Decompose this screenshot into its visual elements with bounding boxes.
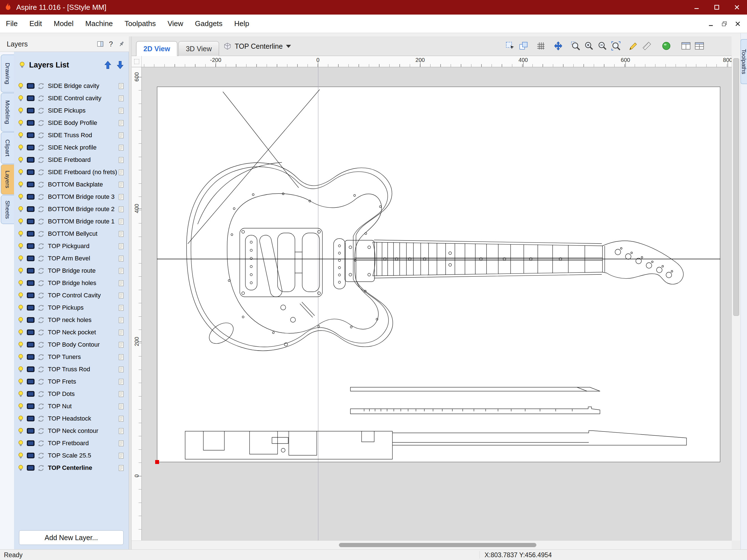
layer-display-icon[interactable] (27, 120, 35, 126)
layer-notes-icon[interactable] (118, 255, 124, 262)
layer-notes-icon[interactable] (118, 317, 124, 324)
layer-display-icon[interactable] (27, 83, 35, 89)
layer-display-icon[interactable] (27, 268, 35, 274)
visibility-bulb-icon[interactable] (17, 439, 24, 447)
sidebar-tab-toolpaths[interactable]: Toolpaths (741, 39, 747, 84)
layer-row[interactable]: SIDE Body Profile (14, 117, 129, 129)
visibility-bulb-icon[interactable] (17, 181, 24, 188)
layer-row[interactable]: TOP Body Contour (14, 339, 129, 351)
visibility-bulb-icon[interactable] (17, 403, 24, 410)
layer-row[interactable]: TOP Pickups (14, 301, 129, 314)
horizontal-scrollbar[interactable] (132, 540, 731, 549)
menu-item-gadgets[interactable]: Gadgets (189, 15, 228, 33)
vertical-scrollbar[interactable] (731, 56, 741, 540)
zoom-out-icon[interactable] (596, 40, 609, 52)
move-layer-down-button[interactable] (116, 60, 124, 70)
visibility-bulb-icon[interactable] (17, 279, 24, 287)
layer-notes-icon[interactable] (118, 292, 124, 299)
zoom-window-icon[interactable] (569, 40, 582, 52)
layer-display-icon[interactable] (27, 157, 35, 163)
layer-row[interactable]: BOTTOM Backplate (14, 178, 129, 191)
visibility-bulb-icon[interactable] (17, 255, 24, 262)
layer-display-icon[interactable] (27, 231, 35, 237)
layer-notes-icon[interactable] (118, 403, 124, 410)
visibility-bulb-icon[interactable] (17, 206, 24, 213)
draw-pencil-icon[interactable] (627, 40, 640, 52)
layer-notes-icon[interactable] (118, 452, 124, 459)
tile-view-icon[interactable] (693, 40, 705, 52)
layer-notes-icon[interactable] (118, 428, 124, 434)
layer-notes-icon[interactable] (118, 440, 124, 447)
visibility-bulb-icon[interactable] (17, 390, 24, 398)
close-button[interactable] (727, 0, 747, 15)
menu-item-toolpaths[interactable]: Toolpaths (119, 15, 162, 33)
visibility-bulb-icon[interactable] (17, 230, 24, 238)
tab-2d-view[interactable]: 2D View (136, 41, 177, 56)
layer-notes-icon[interactable] (118, 464, 124, 472)
node-edit-icon[interactable] (517, 40, 530, 52)
layer-display-icon[interactable] (27, 366, 35, 373)
layer-row[interactable]: SIDE Fretboard (no frets) (14, 166, 129, 178)
layer-display-icon[interactable] (27, 329, 35, 336)
pin-icon[interactable] (118, 41, 125, 47)
menu-item-file[interactable]: File (0, 15, 24, 33)
layer-row[interactable]: TOP Dots (14, 388, 129, 400)
layer-notes-icon[interactable] (118, 119, 124, 127)
layer-row[interactable]: TOP Bridge holes (14, 277, 129, 289)
layer-row[interactable]: BOTTOM Bridge route 3 (14, 191, 129, 203)
mdi-restore-button[interactable] (720, 19, 729, 29)
add-new-layer-button[interactable]: Add New Layer... (19, 530, 124, 545)
layer-row[interactable]: SIDE Truss Rod (14, 129, 129, 141)
visibility-bulb-icon[interactable] (17, 415, 24, 423)
zoom-in-icon[interactable] (583, 40, 595, 52)
layer-row[interactable]: TOP Control Cavity (14, 289, 129, 301)
visibility-bulb-icon[interactable] (17, 366, 24, 373)
sidebar-tab-clipart[interactable]: Clipart (1, 132, 14, 164)
visibility-bulb-icon[interactable] (17, 464, 24, 472)
layer-notes-icon[interactable] (118, 329, 124, 336)
active-layer-selector[interactable]: TOP Centerline (221, 40, 293, 52)
layer-notes-icon[interactable] (118, 378, 124, 385)
layer-display-icon[interactable] (27, 317, 35, 323)
layer-display-icon[interactable] (27, 403, 35, 410)
layer-notes-icon[interactable] (118, 107, 124, 114)
menu-item-help[interactable]: Help (228, 15, 255, 33)
layer-row[interactable]: TOP Pickguard (14, 240, 129, 252)
measure-icon[interactable] (641, 40, 653, 52)
visibility-bulb-icon[interactable] (17, 144, 24, 152)
visibility-bulb-icon[interactable] (17, 378, 24, 385)
help-button[interactable]: ? (107, 40, 114, 48)
layer-notes-icon[interactable] (118, 280, 124, 287)
layer-display-icon[interactable] (27, 452, 35, 459)
layer-notes-icon[interactable] (118, 267, 124, 274)
visibility-bulb-icon[interactable] (17, 452, 24, 459)
layer-notes-icon[interactable] (118, 193, 124, 201)
layer-notes-icon[interactable] (118, 206, 124, 213)
layer-notes-icon[interactable] (118, 95, 124, 102)
layer-row[interactable]: TOP Neck contour (14, 425, 129, 437)
layer-display-icon[interactable] (27, 304, 35, 311)
layer-display-icon[interactable] (27, 95, 35, 102)
layer-display-icon[interactable] (27, 378, 35, 385)
menu-item-machine[interactable]: Machine (80, 15, 119, 33)
layer-row[interactable]: SIDE Fretboard (14, 154, 129, 166)
sidebar-tab-drawing[interactable]: Drawing (1, 55, 14, 92)
sidebar-tab-sheets[interactable]: Sheets (1, 195, 14, 224)
layer-row[interactable]: TOP Bridge route (14, 265, 129, 277)
layer-row[interactable]: SIDE Bridge cavity (14, 80, 129, 92)
layer-display-icon[interactable] (27, 342, 35, 348)
visibility-bulb-icon[interactable] (17, 132, 24, 139)
layer-display-icon[interactable] (27, 428, 35, 434)
select-mode-icon[interactable] (504, 40, 516, 52)
layer-display-icon[interactable] (27, 108, 35, 114)
layer-display-icon[interactable] (27, 416, 35, 422)
menu-item-edit[interactable]: Edit (24, 15, 48, 33)
visibility-bulb-icon[interactable] (17, 156, 24, 164)
visibility-bulb-icon[interactable] (17, 107, 24, 114)
layer-notes-icon[interactable] (118, 181, 124, 188)
layer-notes-icon[interactable] (118, 157, 124, 163)
layer-notes-icon[interactable] (118, 83, 124, 89)
layer-notes-icon[interactable] (118, 169, 124, 176)
layer-display-icon[interactable] (27, 169, 35, 176)
visibility-bulb-icon[interactable] (17, 353, 24, 361)
